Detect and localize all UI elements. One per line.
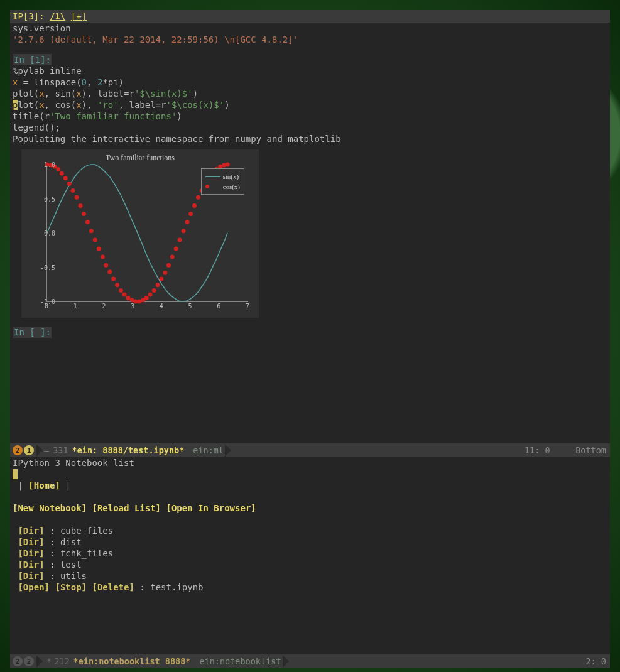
dir-button[interactable]: [Dir] xyxy=(18,571,44,581)
nblist-title: IPython 3 Notebook list xyxy=(13,458,134,468)
plot-area: sin(x) cos(x) xyxy=(46,165,248,302)
svg-point-49 xyxy=(226,163,230,167)
line-number: 212 xyxy=(54,656,69,666)
svg-point-4 xyxy=(60,171,64,176)
svg-point-17 xyxy=(107,270,112,274)
svg-point-20 xyxy=(119,288,123,293)
output-text: Populating the interactive namespace fro… xyxy=(13,134,341,144)
cursor-position: 11: 0 xyxy=(525,445,550,455)
output-string: '2.7.6 (default, Mar 22 2014, 22:59:56) … xyxy=(13,35,298,45)
svg-point-30 xyxy=(156,283,160,287)
window-badge: 2 xyxy=(24,656,34,666)
dir-button[interactable]: [Dir] xyxy=(18,560,44,570)
in-prompt: In [1]: xyxy=(13,54,52,65)
svg-point-25 xyxy=(137,300,141,304)
new-notebook-button[interactable]: [New Notebook] xyxy=(13,503,87,513)
svg-point-28 xyxy=(148,293,153,297)
svg-point-35 xyxy=(174,247,178,251)
cursor-position: 2: 0 xyxy=(585,656,606,666)
code-text: sys.version xyxy=(13,23,71,33)
svg-point-9 xyxy=(79,203,83,208)
file-name: test.ipynb xyxy=(150,582,203,592)
svg-point-13 xyxy=(93,237,97,242)
empty-cell[interactable]: In [ ]: xyxy=(10,327,610,338)
svg-point-29 xyxy=(152,288,156,293)
tab-current[interactable]: /1\ xyxy=(50,11,65,21)
svg-point-38 xyxy=(185,220,190,224)
svg-point-18 xyxy=(111,277,116,281)
svg-point-16 xyxy=(104,263,108,268)
svg-point-11 xyxy=(85,220,90,224)
svg-point-21 xyxy=(122,293,127,297)
open-button[interactable]: [Open] xyxy=(18,582,50,592)
svg-point-14 xyxy=(97,247,101,251)
svg-point-33 xyxy=(166,263,171,268)
legend-dot-icon xyxy=(205,185,209,188)
in-prompt-empty: In [ ]: xyxy=(13,327,52,338)
svg-point-5 xyxy=(63,176,68,180)
svg-point-32 xyxy=(163,271,167,275)
window-badge: 1 xyxy=(24,445,34,455)
svg-point-39 xyxy=(188,212,193,216)
legend-line-icon xyxy=(205,176,220,177)
reload-list-button[interactable]: [Reload List] xyxy=(92,503,161,513)
svg-point-40 xyxy=(192,203,197,208)
modeline-bottom: 2 2 * 212 *ein:notebooklist 8888* ein:no… xyxy=(10,654,610,668)
svg-point-10 xyxy=(82,212,86,216)
tab-bar: IP[3]: /1\ [+] xyxy=(10,10,610,23)
svg-point-31 xyxy=(159,277,163,281)
plot-output: Two familiar functions sin(x) cos(x) -1.… xyxy=(21,149,259,318)
chart-title: Two familiar functions xyxy=(21,149,259,163)
output-sysversion: sys.version '2.7.6 (default, Mar 22 2014… xyxy=(10,23,610,45)
legend-label: cos(x) xyxy=(223,183,241,190)
svg-point-19 xyxy=(115,283,119,287)
svg-point-6 xyxy=(67,182,72,186)
svg-point-36 xyxy=(178,237,182,242)
open-browser-button[interactable]: [Open In Browser] xyxy=(166,503,256,513)
svg-point-22 xyxy=(126,296,130,300)
major-mode: ein:notebooklist xyxy=(199,656,281,666)
svg-point-34 xyxy=(170,255,175,259)
svg-point-8 xyxy=(75,195,79,200)
line-number: 331 xyxy=(53,445,68,455)
svg-point-12 xyxy=(89,229,94,233)
stop-button[interactable]: [Stop] xyxy=(55,582,87,592)
svg-point-7 xyxy=(71,188,75,193)
svg-point-3 xyxy=(56,167,60,171)
svg-point-15 xyxy=(101,255,105,259)
svg-point-27 xyxy=(144,296,149,300)
cursor xyxy=(13,469,18,479)
code-line: %pylab inline xyxy=(13,66,82,76)
buffer-name: *ein: 8888/test.ipynb* xyxy=(72,445,185,455)
legend: sin(x) cos(x) xyxy=(201,168,245,195)
nblist-content: IPython 3 Notebook list | [Home] | [New … xyxy=(10,457,610,593)
major-mode: ein:ml xyxy=(193,445,224,455)
scroll-position: Bottom xyxy=(575,445,606,455)
legend-label: sin(x) xyxy=(223,173,239,180)
dir-button[interactable]: [Dir] xyxy=(18,526,44,536)
delete-button[interactable]: [Delete] xyxy=(92,582,134,592)
dir-button[interactable]: [Dir] xyxy=(18,537,44,547)
dir-button[interactable]: [Dir] xyxy=(18,548,44,558)
cell-1[interactable]: In [1]: %pylab inline x = linspace(0, 2*… xyxy=(10,54,610,144)
notebooklist-pane: IPython 3 Notebook list | [Home] | [New … xyxy=(10,457,610,654)
svg-point-41 xyxy=(196,195,200,200)
svg-point-37 xyxy=(182,229,186,233)
modeline-top: 2 1 — 331 *ein: 8888/test.ipynb* ein:ml … xyxy=(10,443,610,457)
window-badge: 2 xyxy=(13,445,23,455)
window-badge: 2 xyxy=(13,656,23,666)
ip-indicator: IP[3]: xyxy=(13,11,45,21)
notebook-pane: IP[3]: /1\ [+] sys.version '2.7.6 (defau… xyxy=(10,10,610,443)
buffer-name: *ein:notebooklist 8888* xyxy=(73,656,191,666)
tab-add[interactable]: [+] xyxy=(71,11,87,21)
home-link[interactable]: [Home] xyxy=(28,480,60,490)
